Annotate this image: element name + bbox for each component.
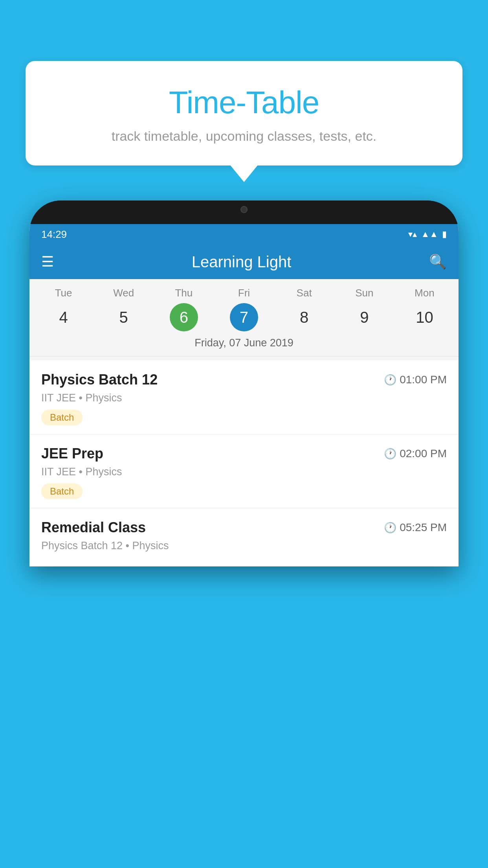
wifi-icon: ▾▴ (408, 229, 417, 239)
day-col-mon[interactable]: Mon10 (399, 287, 450, 331)
day-col-thu[interactable]: Thu6 (158, 287, 209, 331)
time-text: 02:00 PM (400, 447, 447, 460)
speech-bubble-container: Time-Table track timetable, upcoming cla… (26, 61, 462, 166)
item-time: 🕐01:00 PM (384, 373, 447, 386)
item-header: Remedial Class🕐05:25 PM (41, 519, 447, 536)
clock-icon: 🕐 (384, 522, 396, 534)
day-name: Sat (297, 287, 312, 299)
day-name: Fri (238, 287, 250, 299)
speech-bubble: Time-Table track timetable, upcoming cla… (26, 61, 462, 166)
app-bar: ☰ Learning Light 🔍 (29, 245, 459, 279)
bubble-subtitle: track timetable, upcoming classes, tests… (41, 129, 447, 144)
notch (220, 200, 268, 218)
camera (240, 206, 248, 213)
signal-icon: ▲▲ (421, 229, 438, 239)
day-col-fri[interactable]: Fri7 (218, 287, 270, 331)
item-subtitle: IIT JEE • Physics (41, 466, 447, 478)
status-icons: ▾▴ ▲▲ ▮ (408, 229, 447, 239)
day-number[interactable]: 5 (110, 303, 138, 331)
item-time: 🕐05:25 PM (384, 521, 447, 534)
day-name: Thu (175, 287, 193, 299)
batch-badge: Batch (41, 484, 83, 499)
status-bar: 14:29 ▾▴ ▲▲ ▮ (29, 224, 459, 245)
item-header: JEE Prep🕐02:00 PM (41, 445, 447, 462)
item-title: Physics Batch 12 (41, 371, 158, 388)
clock-icon: 🕐 (384, 374, 396, 386)
phone-frame: 14:29 ▾▴ ▲▲ ▮ ☰ Learning Light 🔍 Tue4Wed… (29, 200, 459, 566)
battery-icon: ▮ (442, 229, 447, 239)
item-subtitle: IIT JEE • Physics (41, 392, 447, 404)
item-title: JEE Prep (41, 445, 103, 462)
phone-screen: 14:29 ▾▴ ▲▲ ▮ ☰ Learning Light 🔍 Tue4Wed… (29, 224, 459, 566)
app-bar-title: Learning Light (66, 253, 417, 271)
phone-wrapper: 14:29 ▾▴ ▲▲ ▮ ☰ Learning Light 🔍 Tue4Wed… (29, 200, 459, 868)
item-title: Remedial Class (41, 519, 146, 536)
day-number[interactable]: 9 (350, 303, 378, 331)
day-headers: Tue4Wed5Thu6Fri7Sat8Sun9Mon10 (29, 287, 459, 331)
day-number[interactable]: 4 (50, 303, 78, 331)
day-col-sun[interactable]: Sun9 (339, 287, 390, 331)
time-text: 05:25 PM (400, 521, 447, 534)
day-name: Sun (355, 287, 373, 299)
hamburger-icon[interactable]: ☰ (41, 254, 54, 270)
schedule-container: Physics Batch 12🕐01:00 PMIIT JEE • Physi… (29, 360, 459, 566)
selected-date: Friday, 07 June 2019 (29, 331, 459, 357)
top-bezel (29, 200, 459, 224)
day-number[interactable]: 7 (230, 303, 258, 331)
day-name: Tue (55, 287, 72, 299)
day-col-tue[interactable]: Tue4 (38, 287, 89, 331)
item-time: 🕐02:00 PM (384, 447, 447, 460)
schedule-item[interactable]: JEE Prep🕐02:00 PMIIT JEE • PhysicsBatch (29, 434, 459, 508)
time-text: 01:00 PM (400, 373, 447, 386)
status-time: 14:29 (41, 228, 67, 241)
day-number[interactable]: 8 (290, 303, 318, 331)
search-icon[interactable]: 🔍 (429, 254, 447, 270)
day-col-sat[interactable]: Sat8 (279, 287, 330, 331)
day-number[interactable]: 10 (410, 303, 438, 331)
schedule-item[interactable]: Remedial Class🕐05:25 PMPhysics Batch 12 … (29, 508, 459, 566)
item-subtitle: Physics Batch 12 • Physics (41, 540, 447, 552)
day-name: Mon (415, 287, 435, 299)
bubble-title: Time-Table (41, 85, 447, 121)
schedule-item[interactable]: Physics Batch 12🕐01:00 PMIIT JEE • Physi… (29, 360, 459, 434)
calendar-strip: Tue4Wed5Thu6Fri7Sat8Sun9Mon10 Friday, 07… (29, 279, 459, 360)
day-col-wed[interactable]: Wed5 (98, 287, 149, 331)
day-number[interactable]: 6 (170, 303, 198, 331)
batch-badge: Batch (41, 410, 83, 425)
clock-icon: 🕐 (384, 448, 396, 460)
day-name: Wed (113, 287, 134, 299)
item-header: Physics Batch 12🕐01:00 PM (41, 371, 447, 388)
